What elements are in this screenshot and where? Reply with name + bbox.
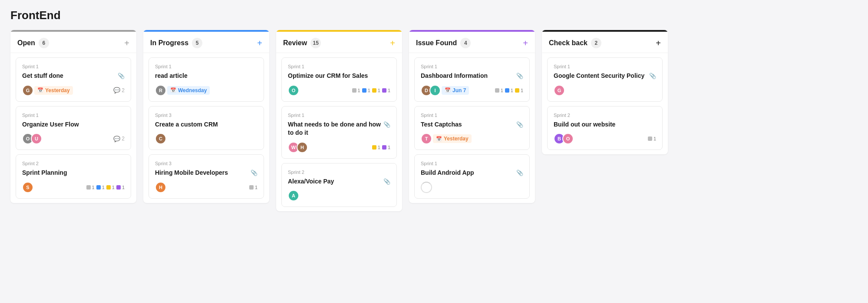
calendar-icon: 📅 bbox=[170, 87, 176, 93]
card-open-1[interactable]: Sprint 1Organize User FlowOU💬2 bbox=[16, 106, 131, 150]
card-title-text: Optimize our CRM for Sales bbox=[288, 72, 390, 80]
card-review-2[interactable]: Sprint 2Alexa/Voice Pay📎A bbox=[281, 163, 397, 207]
card-title-text: What needs to be done and how to do it bbox=[288, 120, 381, 137]
tag-count: 1 bbox=[102, 185, 105, 190]
tag-count: 1 bbox=[653, 136, 656, 141]
comment-badge: 💬2 bbox=[113, 87, 125, 93]
tag-chip: 1 bbox=[495, 88, 503, 93]
tag-chip: 1 bbox=[372, 145, 380, 150]
card-inprogress-0[interactable]: Sprint 1read articleR📅Wednesday bbox=[149, 57, 264, 102]
column-cards-open: Sprint 1Get stuff done📎G📅Yesterday💬2Spri… bbox=[10, 53, 136, 203]
card-title-row: Create a custom CRM bbox=[155, 120, 257, 129]
card-footer: G📅Yesterday💬2 bbox=[22, 85, 125, 96]
card-open-2[interactable]: Sprint 2Sprint PlanningS1111 bbox=[16, 154, 131, 199]
card-sprint-label: Sprint 2 bbox=[22, 161, 125, 166]
tag-count: 1 bbox=[388, 88, 390, 93]
card-sprint-label: Sprint 1 bbox=[155, 64, 257, 69]
tag-chip: 1 bbox=[382, 145, 390, 150]
tag-dot bbox=[86, 185, 91, 190]
calendar-icon: 📅 bbox=[445, 87, 451, 93]
card-title-row: Google Content Security Policy📎 bbox=[554, 72, 656, 80]
attachment-icon: 📎 bbox=[383, 121, 390, 129]
avatar: H bbox=[155, 182, 166, 193]
card-title-row: read article bbox=[155, 72, 257, 80]
column-add-button-inprogress[interactable]: + bbox=[257, 39, 262, 47]
tag-chip: 1 bbox=[86, 185, 95, 190]
avatar-group: R bbox=[155, 85, 164, 96]
avatar: U bbox=[31, 133, 42, 144]
card-issuefound-1[interactable]: Sprint 1Test Captchas📎T📅Yesterday bbox=[414, 106, 530, 150]
card-footer: OU💬2 bbox=[22, 133, 125, 144]
card-inprogress-2[interactable]: Sprint 3Hiring Mobile Developers📎H1 bbox=[149, 154, 264, 199]
calendar-icon: 📅 bbox=[436, 136, 442, 142]
tag-chip: 1 bbox=[116, 185, 125, 190]
tag-chip: 1 bbox=[106, 185, 115, 190]
avatar-loading bbox=[421, 182, 432, 193]
avatar: O bbox=[562, 133, 574, 144]
attachment-icon: 📎 bbox=[516, 169, 523, 177]
column-add-button-open[interactable]: + bbox=[124, 39, 129, 47]
card-footer: S1111 bbox=[22, 182, 125, 193]
date-text: Wednesday bbox=[178, 87, 207, 93]
card-title-row: Test Captchas📎 bbox=[421, 120, 523, 129]
card-review-0[interactable]: Sprint 1Optimize our CRM for SalesO1111 bbox=[281, 57, 397, 102]
tag-chip: 1 bbox=[249, 185, 257, 190]
tag-dot bbox=[352, 88, 356, 93]
card-title-text: Sprint Planning bbox=[22, 169, 125, 177]
board: Open6+Sprint 1Get stuff done📎G📅Yesterday… bbox=[10, 30, 858, 211]
comment-icon: 💬 bbox=[113, 87, 120, 93]
card-footer: BO1 bbox=[554, 133, 656, 144]
tag-chips: 1111 bbox=[352, 88, 391, 93]
card-title-row: Optimize our CRM for Sales bbox=[288, 72, 390, 80]
avatar-group: C bbox=[155, 133, 164, 144]
tag-dot bbox=[116, 185, 121, 190]
card-title-text: Build out our website bbox=[554, 120, 656, 129]
column-cards-inprogress: Sprint 1read articleR📅WednesdaySprint 3C… bbox=[143, 53, 269, 203]
avatar-group: A bbox=[288, 190, 297, 201]
card-sprint-label: Sprint 3 bbox=[155, 161, 257, 166]
tag-dot bbox=[505, 88, 509, 93]
card-issuefound-0[interactable]: Sprint 1Dashboard Information📎DI📅Jun 711… bbox=[414, 57, 530, 102]
tag-dot bbox=[495, 88, 499, 93]
tag-chips: 1111 bbox=[86, 185, 125, 190]
card-open-0[interactable]: Sprint 1Get stuff done📎G📅Yesterday💬2 bbox=[16, 57, 131, 102]
column-add-button-checkback[interactable]: + bbox=[656, 39, 661, 47]
column-add-button-issuefound[interactable]: + bbox=[523, 39, 528, 47]
avatar-group: BO bbox=[554, 133, 571, 144]
avatar-group: S bbox=[22, 182, 31, 193]
column-count-open: 6 bbox=[39, 38, 49, 48]
card-checkback-1[interactable]: Sprint 2Build out our websiteBO1 bbox=[547, 106, 663, 150]
column-add-button-review[interactable]: + bbox=[390, 39, 395, 47]
tag-count: 1 bbox=[521, 88, 523, 93]
tag-count: 1 bbox=[378, 88, 380, 93]
card-inprogress-1[interactable]: Sprint 3Create a custom CRMC bbox=[149, 106, 264, 150]
card-footer: C bbox=[155, 133, 257, 144]
avatar: G bbox=[22, 85, 33, 96]
column-count-checkback: 2 bbox=[591, 38, 601, 48]
card-title-row: Dashboard Information📎 bbox=[421, 72, 523, 80]
column-cards-review: Sprint 1Optimize our CRM for SalesO1111S… bbox=[276, 53, 402, 211]
tag-count: 1 bbox=[368, 88, 370, 93]
card-sprint-label: Sprint 1 bbox=[22, 113, 125, 118]
avatar: C bbox=[155, 133, 166, 144]
avatar: G bbox=[554, 85, 565, 96]
comment-count: 2 bbox=[122, 87, 125, 93]
tag-count: 1 bbox=[92, 185, 95, 190]
card-review-1[interactable]: Sprint 1What needs to be done and how to… bbox=[281, 106, 397, 159]
card-footer: WH11 bbox=[288, 142, 390, 153]
comment-badge: 💬2 bbox=[113, 136, 125, 142]
card-sprint-label: Sprint 1 bbox=[421, 161, 523, 166]
column-title-checkback: Check back bbox=[549, 39, 587, 47]
card-checkback-0[interactable]: Sprint 1Google Content Security Policy📎G bbox=[547, 57, 663, 102]
avatar-group: WH bbox=[288, 142, 305, 153]
column-count-inprogress: 5 bbox=[192, 38, 202, 48]
attachment-icon: 📎 bbox=[649, 72, 656, 80]
avatar-group: T bbox=[421, 133, 429, 144]
date-badge: 📅Jun 7 bbox=[442, 86, 469, 95]
column-inprogress: In Progress5+Sprint 1read articleR📅Wedne… bbox=[143, 30, 269, 203]
attachment-icon: 📎 bbox=[383, 178, 390, 186]
app-container: FrontEnd Open6+Sprint 1Get stuff done📎G📅… bbox=[0, 0, 868, 220]
avatar: O bbox=[288, 85, 299, 96]
card-title-row: Hiring Mobile Developers📎 bbox=[155, 169, 257, 177]
card-issuefound-2[interactable]: Sprint 1Build Android App📎 bbox=[414, 154, 530, 199]
